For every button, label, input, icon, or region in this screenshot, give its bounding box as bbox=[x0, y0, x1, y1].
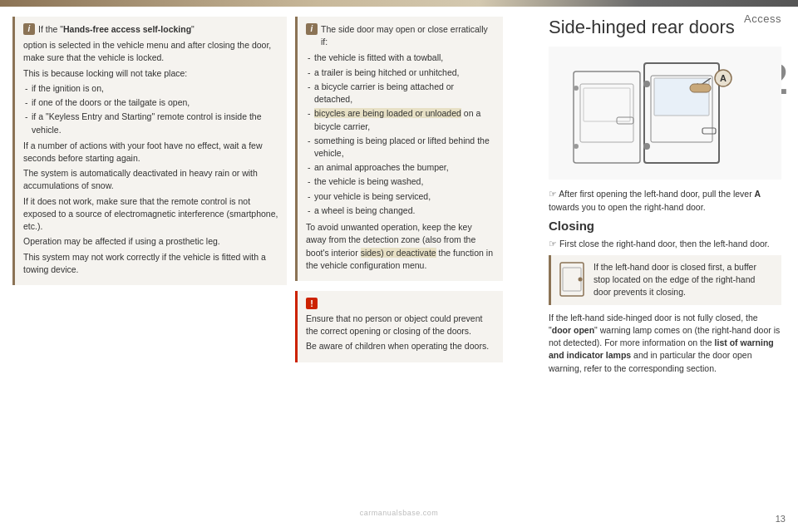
left-bullet-1: if the ignition is on, bbox=[32, 82, 278, 95]
sd-bullet-6: an animal approaches the bumper, bbox=[314, 161, 495, 174]
svg-point-11 bbox=[643, 81, 650, 87]
closing-info-text: If the left-hand door is closed first, a… bbox=[594, 261, 775, 299]
left-para-2: This is because locking will not take pl… bbox=[23, 67, 278, 80]
bicycles-text: bicycles are being loaded or unloaded bbox=[314, 108, 461, 118]
watermark: carmanualsbase.com bbox=[360, 509, 439, 517]
sd-bullet-3: a bicycle carrier is being attached or d… bbox=[314, 81, 495, 106]
watermark-text: carmanualsbase.com bbox=[360, 509, 439, 517]
left-bullets: if the ignition is on, if one of the doo… bbox=[23, 82, 278, 136]
sd-closing-text: To avoid unwanted operation, keep the ke… bbox=[306, 221, 495, 272]
closing-instruction: ☞ First close the right-hand door, then … bbox=[549, 238, 781, 250]
left-bullet-2: if one of the doors or the tailgate is o… bbox=[32, 96, 278, 109]
after-opening-instruction: ☞ After first opening the left-hand door… bbox=[549, 188, 781, 213]
left-column: i If the "Hands-free access self-locking… bbox=[12, 17, 287, 292]
side-door-bullets: the vehicle is fitted with a towball, a … bbox=[306, 52, 495, 217]
sd-bullet-7: the vehicle is being washed, bbox=[314, 175, 495, 188]
closing-heading: Closing bbox=[549, 219, 781, 233]
left-para-7: This system may not work correctly if th… bbox=[23, 251, 278, 276]
closing-info-box: If the left-hand door is closed first, a… bbox=[549, 255, 781, 305]
sd-bullet-1: the vehicle is fitted with a towball, bbox=[314, 52, 495, 64]
side-door-intro: The side door may open or close erratica… bbox=[321, 23, 495, 48]
page-number: 13 bbox=[776, 514, 786, 524]
left-bullet-3: if a "Keyless Entry and Starting" remote… bbox=[32, 111, 278, 135]
hands-free-info-box: i If the "Hands-free access self-locking… bbox=[12, 17, 287, 285]
left-para-6: Operation may be affected if using a pro… bbox=[23, 235, 278, 248]
sd-bullet-5: something is being placed or lifted behi… bbox=[314, 135, 495, 160]
svg-rect-16 bbox=[690, 84, 711, 92]
sd-bullet-4: bicycles are being loaded or unloaded on… bbox=[314, 107, 495, 132]
sd-bullet-9: a wheel is being changed. bbox=[314, 204, 495, 217]
info-icon: i bbox=[23, 23, 35, 35]
left-para-1: option is selected in the vehicle menu a… bbox=[23, 39, 278, 64]
left-para-5: If it does not work, make sure that the … bbox=[23, 195, 278, 234]
svg-point-5 bbox=[574, 86, 579, 91]
left-para-4: The system is automatically deactivated … bbox=[23, 167, 278, 192]
car-door-illustration: A bbox=[549, 47, 781, 180]
right-column: Side-hinged rear doors bbox=[549, 17, 781, 375]
middle-column: i The side door may open or close errati… bbox=[295, 17, 503, 369]
sd-bullet-2: a trailer is being hitched or unhitched, bbox=[314, 66, 495, 79]
sd-bullet-8: your vehicle is being serviced, bbox=[314, 190, 495, 203]
warning-text: Ensure that no person or object could pr… bbox=[306, 313, 495, 353]
side-door-content: the vehicle is fitted with a towball, a … bbox=[306, 52, 495, 272]
svg-text:A: A bbox=[720, 73, 727, 83]
warn-para-1: Ensure that no person or object could pr… bbox=[306, 313, 495, 337]
side-door-info-box: i The side door may open or close errati… bbox=[295, 17, 503, 281]
left-box-content: option is selected in the vehicle menu a… bbox=[23, 39, 278, 276]
svg-point-19 bbox=[579, 278, 583, 282]
left-para-3: If a number of actions with your foot ha… bbox=[23, 140, 278, 165]
car-door-svg: A bbox=[549, 47, 781, 180]
header-bar bbox=[0, 0, 798, 7]
hands-free-bold-text: Hands-free access self-locking bbox=[63, 24, 191, 34]
side-hinged-title: Side-hinged rear doors bbox=[549, 17, 781, 38]
page-num-text: 13 bbox=[776, 514, 786, 524]
bottom-text: If the left-hand side-hinged door is not… bbox=[549, 312, 781, 375]
svg-point-12 bbox=[643, 143, 650, 150]
warning-box: ! Ensure that no person or object could … bbox=[295, 291, 503, 362]
svg-point-6 bbox=[574, 144, 579, 149]
warning-icon: ! bbox=[306, 298, 318, 309]
middle-info-icon: i bbox=[306, 23, 318, 35]
door-icon bbox=[558, 261, 587, 298]
hands-free-heading: If the "Hands-free access self-locking" bbox=[38, 23, 195, 36]
warn-para-2: Be aware of children when operating the … bbox=[306, 340, 495, 352]
